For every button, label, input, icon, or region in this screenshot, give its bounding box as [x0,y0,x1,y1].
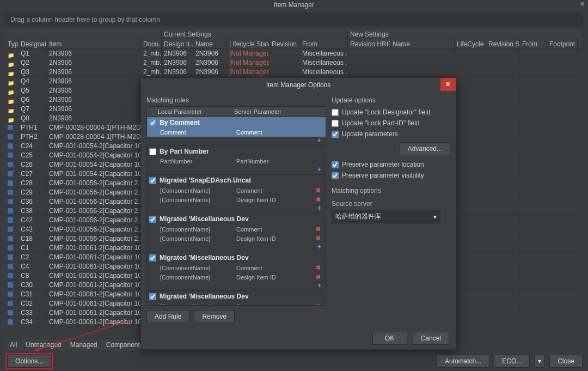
delete-icon[interactable]: ✖ [316,235,323,242]
advanced-button[interactable]: Advanced... [400,142,450,155]
rule-group[interactable]: Migrated 'Miscellaneous Dev[ComponentNam… [147,252,326,291]
add-rule-button[interactable]: Add Rule [146,310,189,323]
col-new-from[interactable]: From [520,39,547,48]
rule-group[interactable]: By CommentCommentComment+ [147,117,326,146]
col-design-item[interactable]: Design It... [162,39,193,48]
rule-group[interactable]: Migrated 'Miscellaneous Dev[ComponentNam… [147,291,326,306]
col-designator[interactable]: Designator [19,39,47,48]
rule-head[interactable]: Migrated 'Miscellaneous Dev [147,214,326,224]
rule-checkbox[interactable] [149,148,156,155]
delete-icon[interactable]: ✖ [316,264,323,271]
group-by-panel[interactable]: Drag a column header here to group by th… [5,13,583,26]
ok-button[interactable]: OK [372,332,407,345]
eco-button[interactable]: ECO... [494,355,530,368]
col-name[interactable]: Name [193,39,227,48]
opt-lock-partid[interactable]: Update "Lock Part-ID" field [332,118,450,128]
automatch-button[interactable]: Automatch... [437,355,489,368]
close-button[interactable]: Close [549,355,583,368]
table-row[interactable]: Q12N39062_mb...2N39062N3906[Not Managed]… [5,49,583,58]
rule-checkbox[interactable] [149,254,156,261]
col-from[interactable]: From [300,39,348,48]
col-lifecycle[interactable]: Lifecycle State [227,39,270,48]
table-row[interactable]: Q32N39062_mb...2N39062N3906[Not Managed]… [5,68,583,77]
add-map-icon[interactable]: + [147,282,326,290]
rule-map[interactable]: [ComponentName]Comment✖ [147,186,326,195]
rule-map[interactable]: [ComponentName]Design Item ID✖ [147,272,326,282]
close-icon[interactable]: ✕ [580,1,585,8]
rule-group[interactable]: Migrated 'SnapEDAsch.Uncat[ComponentName… [147,175,326,214]
delete-icon[interactable]: ✖ [316,196,323,203]
col-revision[interactable]: Revision ... [270,39,300,48]
rule-checkbox[interactable] [149,177,156,184]
cell-designator: C30 [19,281,47,289]
cell-type [5,151,19,160]
rule-map[interactable]: [ComponentName]Design Item ID✖ [147,195,326,204]
cell-revision [270,58,300,67]
tab-unmanaged[interactable]: Unmanaged [21,339,65,350]
col-type[interactable]: Type [5,39,19,48]
eco-dropdown-button[interactable]: ▾ [534,355,545,368]
rule-head[interactable]: Migrated 'Miscellaneous Dev [147,252,326,263]
dialog-close-button[interactable]: ✕ [440,78,456,91]
grid-column-header[interactable]: Type Designator Item Docu... Design It..… [5,39,583,49]
cell-rev-state [486,142,520,150]
delete-icon[interactable]: ✖ [316,273,323,281]
add-map-icon[interactable]: + [147,243,326,252]
opt-preserve-location-checkbox[interactable] [332,161,339,168]
col-new-name[interactable]: Name [390,39,455,48]
opt-lock-designator[interactable]: Update "Lock Designator" field [332,107,450,117]
rule-map[interactable]: PartNumberPartNumber [147,157,326,166]
rule-group[interactable]: Migrated 'Miscellaneous Dev[ComponentNam… [147,214,326,252]
rule-group[interactable]: By Part NumberPartNumberPartNumber+ [147,146,326,175]
col-footprint[interactable]: Footprint [547,39,578,48]
rules-list[interactable]: Local Parameter Server Parameter By Comm… [146,106,326,306]
rule-map[interactable]: [ComponentName]Comment✖ [147,263,326,272]
options-button[interactable]: Options... [7,355,51,368]
opt-update-params[interactable]: Update parameters [332,129,450,139]
source-server-dropdown[interactable]: 哈萨维的器件库 ▾ [332,210,440,223]
cell-designator: PTH2 [19,132,47,141]
cell-type [5,308,19,317]
opt-update-params-checkbox[interactable] [332,131,339,138]
cell-new-from [520,216,547,224]
cancel-button[interactable]: Cancel [413,332,449,345]
col-rev-state[interactable]: Revision St... [486,39,520,48]
rule-head[interactable]: By Part Number [147,146,326,157]
cell-from: Miscellaneous ... [300,68,348,76]
col-rev-hrid[interactable]: Revision HRID [348,39,390,48]
add-map-icon[interactable]: + [147,137,326,145]
rule-head[interactable]: Migrated 'SnapEDAsch.Uncat [147,175,326,186]
rule-map[interactable]: CommentComment [147,128,326,137]
rule-server-param: PartNumber [236,158,316,165]
col-new-life[interactable]: LifeCycle S... [455,39,486,48]
add-map-icon[interactable]: + [147,166,326,174]
cell-new-life [455,290,486,299]
rule-checkbox[interactable] [149,216,156,223]
opt-lock-partid-checkbox[interactable] [332,120,339,127]
rule-head[interactable]: By Comment [147,117,326,128]
rule-checkbox[interactable] [149,119,156,126]
delete-icon[interactable]: ✖ [316,226,323,233]
opt-lock-designator-checkbox[interactable] [332,109,339,116]
remove-rule-button[interactable]: Remove [194,310,235,323]
tab-managed[interactable]: Managed [66,339,102,350]
opt-preserve-location[interactable]: Preserve parameter location [332,160,450,169]
rule-map[interactable]: [ComponentName]Comment✖ [147,302,326,306]
tab-all[interactable]: All [5,339,21,350]
delete-icon[interactable]: ✖ [316,303,323,306]
opt-preserve-visibility-checkbox[interactable] [332,172,339,179]
add-map-icon[interactable]: + [147,204,326,213]
cell-new-life [455,77,486,86]
rule-local-param: [ComponentName] [160,265,236,271]
table-row[interactable]: Q22N39062_mb...2N39062N3906[Not Managed]… [5,58,583,68]
col-item[interactable]: Item [47,39,141,48]
rule-head[interactable]: Migrated 'Miscellaneous Dev [147,291,326,302]
opt-preserve-visibility[interactable]: Preserve parameter visibility [332,171,450,180]
delete-icon[interactable]: ✖ [316,187,323,194]
component-icon [8,199,13,204]
cell-item: CMP-001-00061-2[Capacitor 100 [47,299,141,308]
rule-map[interactable]: [ComponentName]Comment✖ [147,224,326,234]
rule-map[interactable]: [ComponentName]Design Item ID✖ [147,234,326,243]
rule-checkbox[interactable] [149,293,156,300]
col-documents[interactable]: Docu... [141,39,162,48]
